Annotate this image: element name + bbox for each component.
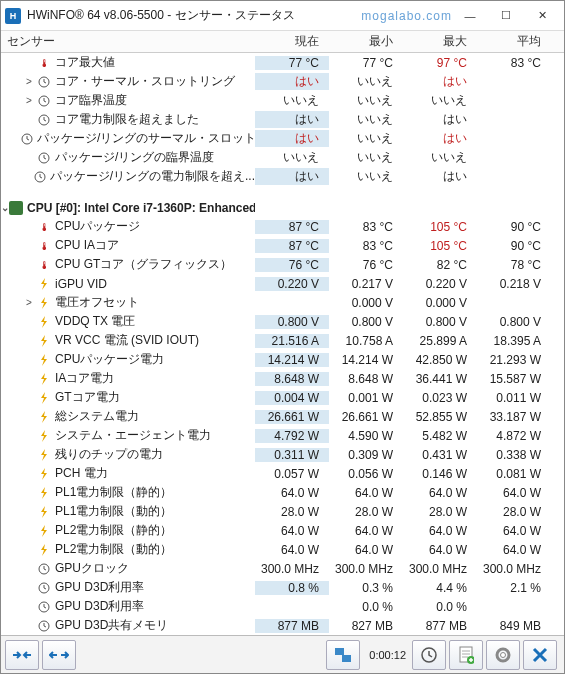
- sensor-max: 28.0 W: [403, 505, 477, 519]
- close-button[interactable]: ✕: [524, 2, 560, 30]
- group-label: CPU [#0]: Intel Core i7-1360P: Enhanced: [27, 201, 255, 215]
- clock-button[interactable]: [412, 640, 446, 670]
- sensor-row[interactable]: 🌡CPU IAコア87 °C83 °C105 °C90 °C: [1, 236, 564, 255]
- sensor-avg: 78 °C: [477, 258, 551, 272]
- sensor-max: 64.0 W: [403, 486, 477, 500]
- sensor-label: CPU GTコア（グラフィックス）: [55, 256, 232, 273]
- sensor-cur: 26.661 W: [255, 410, 329, 424]
- sensor-row[interactable]: GPUクロック300.0 MHz300.0 MHz300.0 MHz300.0 …: [1, 559, 564, 578]
- col-current[interactable]: 現在: [255, 33, 329, 50]
- sensor-avg: 2.1 %: [477, 581, 551, 595]
- sensor-avg: 300.0 MHz: [477, 562, 551, 576]
- sensor-min: 0.056 W: [329, 467, 403, 481]
- sensor-row[interactable]: CPUパッケージ電力14.214 W14.214 W42.850 W21.293…: [1, 350, 564, 369]
- bolt-icon: [37, 277, 51, 291]
- sensor-row[interactable]: PL1電力制限（動的）28.0 W28.0 W28.0 W28.0 W: [1, 502, 564, 521]
- chevron-icon[interactable]: >: [21, 76, 37, 87]
- col-max[interactable]: 最大: [403, 33, 477, 50]
- sensor-max: 64.0 W: [403, 543, 477, 557]
- sensor-label: PCH 電力: [55, 465, 108, 482]
- sensor-list[interactable]: 🌡コア最大値77 °C77 °C97 °C83 °C>コア・サーマル・スロットリ…: [1, 53, 564, 635]
- sensor-row[interactable]: システム・エージェント電力4.792 W4.590 W5.482 W4.872 …: [1, 426, 564, 445]
- sensor-row[interactable]: コア電力制限を超えましたはいいいえはい: [1, 110, 564, 129]
- sensor-cur: 64.0 W: [255, 524, 329, 538]
- sensor-label: VR VCC 電流 (SVID IOUT): [55, 332, 199, 349]
- sensor-cur: 87 °C: [255, 239, 329, 253]
- titlebar[interactable]: H HWiNFO® 64 v8.06-5500 - センサー・ステータス mog…: [1, 1, 564, 31]
- log-button[interactable]: [449, 640, 483, 670]
- sensor-max: はい: [403, 130, 477, 147]
- sensor-avg: 18.395 A: [477, 334, 551, 348]
- sensor-label: コア臨界温度: [55, 92, 127, 109]
- sensor-max: 0.431 W: [403, 448, 477, 462]
- sensor-row[interactable]: 🌡コア最大値77 °C77 °C97 °C83 °C: [1, 53, 564, 72]
- sensor-row[interactable]: PL2電力制限（静的）64.0 W64.0 W64.0 W64.0 W: [1, 521, 564, 540]
- chevron-icon[interactable]: ⌄: [1, 202, 9, 213]
- sensor-cur: 14.214 W: [255, 353, 329, 367]
- chevron-icon[interactable]: >: [21, 95, 37, 106]
- sensor-max: 0.000 V: [403, 296, 477, 310]
- sensor-row[interactable]: 🌡CPU GTコア（グラフィックス）76 °C76 °C82 °C78 °C: [1, 255, 564, 274]
- settings-button[interactable]: [486, 640, 520, 670]
- col-avg[interactable]: 平均: [477, 33, 551, 50]
- sensor-row[interactable]: PL2電力制限（動的）64.0 W64.0 W64.0 W64.0 W: [1, 540, 564, 559]
- sensor-group-header[interactable]: ⌄CPU [#0]: Intel Core i7-1360P: Enhanced: [1, 198, 564, 217]
- sensor-row[interactable]: IAコア電力8.648 W8.648 W36.441 W15.587 W: [1, 369, 564, 388]
- sensor-cur: 0.220 V: [255, 277, 329, 291]
- sensor-avg: 0.338 W: [477, 448, 551, 462]
- sensor-row[interactable]: パッケージ/リングのサーマル・スロット...はいいいえはい: [1, 129, 564, 148]
- sensor-row[interactable]: パッケージ/リングの電力制限を超え...はいいいえはい: [1, 167, 564, 186]
- sensor-row[interactable]: >コア臨界温度いいえいいえいいえ: [1, 91, 564, 110]
- sensor-row[interactable]: >コア・サーマル・スロットリングはいいいえはい: [1, 72, 564, 91]
- sensor-avg: 4.872 W: [477, 429, 551, 443]
- toolbar: 0:00:12: [1, 635, 564, 673]
- system-buttons: — ☐ ✕: [452, 2, 560, 30]
- chevron-icon[interactable]: >: [21, 297, 37, 308]
- sensor-max: 0.0 %: [403, 600, 477, 614]
- sensor-row[interactable]: 残りのチップの電力0.311 W0.309 W0.431 W0.338 W: [1, 445, 564, 464]
- sensor-row[interactable]: 🌡CPUパッケージ87 °C83 °C105 °C90 °C: [1, 217, 564, 236]
- minimize-button[interactable]: —: [452, 2, 488, 30]
- sensor-label: システム・エージェント電力: [55, 427, 211, 444]
- expand-button[interactable]: [5, 640, 39, 670]
- clock-icon: [37, 151, 51, 165]
- x-icon: [532, 647, 548, 663]
- sensor-row[interactable]: GPU D3D利用率0.8 %0.3 %4.4 %2.1 %: [1, 578, 564, 597]
- collapse-button[interactable]: [42, 640, 76, 670]
- network-button[interactable]: [326, 640, 360, 670]
- col-sensor[interactable]: センサー: [1, 33, 255, 50]
- sensor-cur: いいえ: [255, 92, 329, 109]
- expand-icon: [12, 648, 32, 662]
- sensor-cur: 4.792 W: [255, 429, 329, 443]
- log-icon: [458, 646, 474, 664]
- thermometer-icon: 🌡: [37, 258, 51, 272]
- column-header-row: センサー 現在 最小 最大 平均: [1, 31, 564, 53]
- sensor-label: 総システム電力: [55, 408, 139, 425]
- sensor-row[interactable]: GPU D3D共有メモリ877 MB827 MB877 MB849 MB: [1, 616, 564, 635]
- sensor-row[interactable]: パッケージ/リングの臨界温度いいえいいえいいえ: [1, 148, 564, 167]
- sensor-label: IAコア電力: [55, 370, 114, 387]
- sensor-row[interactable]: iGPU VID0.220 V0.217 V0.220 V0.218 V: [1, 274, 564, 293]
- exit-button[interactable]: [523, 640, 557, 670]
- bolt-icon: [37, 543, 51, 557]
- maximize-button[interactable]: ☐: [488, 2, 524, 30]
- cpu-icon: [9, 201, 23, 215]
- sensor-cur: 0.057 W: [255, 467, 329, 481]
- sensor-min: 0.217 V: [329, 277, 403, 291]
- sensor-label: iGPU VID: [55, 277, 107, 291]
- sensor-avg: 0.081 W: [477, 467, 551, 481]
- sensor-row[interactable]: PL1電力制限（静的）64.0 W64.0 W64.0 W64.0 W: [1, 483, 564, 502]
- sensor-row[interactable]: GTコア電力0.004 W0.001 W0.023 W0.011 W: [1, 388, 564, 407]
- sensor-row[interactable]: >電圧オフセット0.000 V0.000 V: [1, 293, 564, 312]
- col-min[interactable]: 最小: [329, 33, 403, 50]
- sensor-cur: はい: [255, 73, 329, 90]
- sensor-row[interactable]: 総システム電力26.661 W26.661 W52.855 W33.187 W: [1, 407, 564, 426]
- sensor-cur: 76 °C: [255, 258, 329, 272]
- sensor-row[interactable]: VDDQ TX 電圧0.800 V0.800 V0.800 V0.800 V: [1, 312, 564, 331]
- sensor-row[interactable]: PCH 電力0.057 W0.056 W0.146 W0.081 W: [1, 464, 564, 483]
- sensor-min: 8.648 W: [329, 372, 403, 386]
- sensor-row[interactable]: VR VCC 電流 (SVID IOUT)21.516 A10.758 A25.…: [1, 331, 564, 350]
- sensor-max: 64.0 W: [403, 524, 477, 538]
- clock-icon: [37, 619, 51, 633]
- sensor-row[interactable]: GPU D3D利用率0.0 %0.0 %: [1, 597, 564, 616]
